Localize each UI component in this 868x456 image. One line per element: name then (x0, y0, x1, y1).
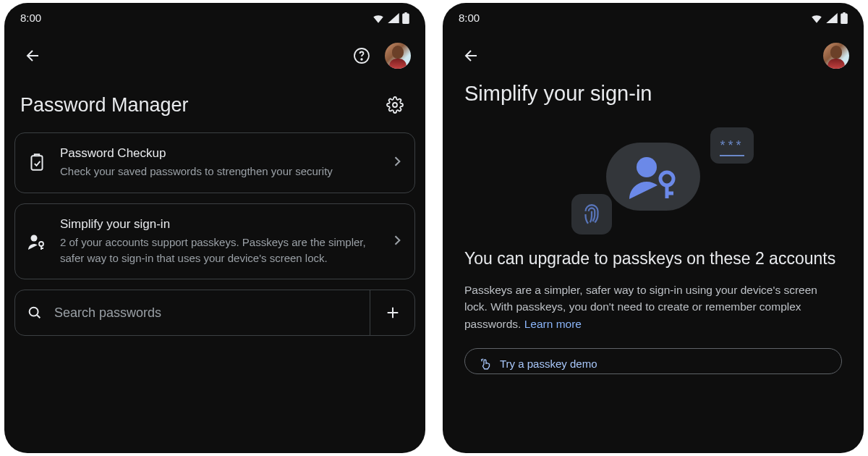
status-bar: 8:00 (4, 3, 425, 30)
card-title: Simplify your sign-in (60, 217, 378, 232)
status-icons (372, 12, 409, 24)
top-app-bar (4, 30, 425, 77)
phone-left-password-manager: 8:00 Password Manager Password Checkup (4, 3, 425, 453)
svg-point-6 (30, 308, 38, 316)
signal-icon (826, 13, 838, 23)
card-title: Password Checkup (60, 146, 378, 161)
svg-point-8 (660, 172, 673, 185)
svg-point-7 (637, 157, 657, 177)
demo-button-label: Try a passkey demo (500, 358, 597, 370)
svg-point-5 (39, 242, 43, 246)
learn-more-link[interactable]: Learn more (524, 318, 582, 330)
svg-rect-3 (31, 156, 42, 169)
gear-icon (386, 96, 404, 114)
person-key-icon (622, 151, 684, 202)
fingerprint-icon (579, 202, 604, 227)
simplify-signin-card[interactable]: Simplify your sign-in 2 of your accounts… (14, 203, 415, 280)
battery-icon (402, 12, 409, 24)
search-placeholder: Search passwords (54, 305, 161, 321)
chevron-right-icon (390, 233, 404, 248)
status-time: 8:00 (20, 12, 41, 24)
person-key-icon (27, 232, 47, 251)
try-passkey-demo-button[interactable]: Try a passkey demo (464, 348, 842, 374)
search-passwords-row: Search passwords (14, 290, 415, 336)
wifi-icon (372, 13, 385, 23)
search-input[interactable]: Search passwords (15, 292, 370, 334)
card-desc: 2 of your accounts support passkeys. Pas… (60, 235, 378, 266)
plus-icon (385, 305, 401, 321)
wifi-icon (810, 13, 823, 23)
help-icon (353, 47, 370, 64)
hero-title: Simplify your sign-in (443, 77, 864, 117)
signal-icon (388, 13, 399, 23)
page-title: Password Manager (20, 94, 189, 117)
status-bar: 8:00 (443, 3, 864, 30)
upgrade-heading: You can upgrade to passkeys on these 2 a… (464, 248, 842, 270)
phone-right-simplify-signin: 8:00 Simplify your sign-in *** You can u… (443, 3, 864, 453)
arrow-back-icon (463, 47, 480, 64)
arrow-back-icon (25, 47, 42, 64)
back-button[interactable] (457, 41, 486, 70)
password-field-icon: *** (710, 127, 754, 164)
chevron-right-icon (390, 154, 404, 169)
help-button[interactable] (347, 41, 376, 70)
search-icon (27, 305, 43, 321)
passkey-illustration: *** (443, 117, 864, 248)
status-time: 8:00 (459, 12, 480, 24)
top-app-bar (443, 30, 864, 77)
add-password-button[interactable] (370, 290, 414, 335)
touch-icon (480, 358, 493, 371)
svg-point-4 (31, 235, 38, 241)
settings-button[interactable] (380, 90, 409, 119)
battery-icon (841, 12, 848, 24)
clipboard-check-icon (27, 153, 46, 173)
status-icons (810, 12, 848, 24)
profile-avatar[interactable] (385, 43, 411, 69)
upgrade-description: Passkeys are a simpler, safer way to sig… (464, 282, 842, 332)
password-checkup-card[interactable]: Password Checkup Check your saved passwo… (14, 132, 415, 193)
card-desc: Check your saved passwords to strengthen… (60, 164, 378, 180)
profile-avatar[interactable] (823, 43, 849, 69)
svg-point-1 (361, 59, 362, 60)
back-button[interactable] (19, 41, 48, 70)
svg-point-2 (393, 103, 397, 107)
